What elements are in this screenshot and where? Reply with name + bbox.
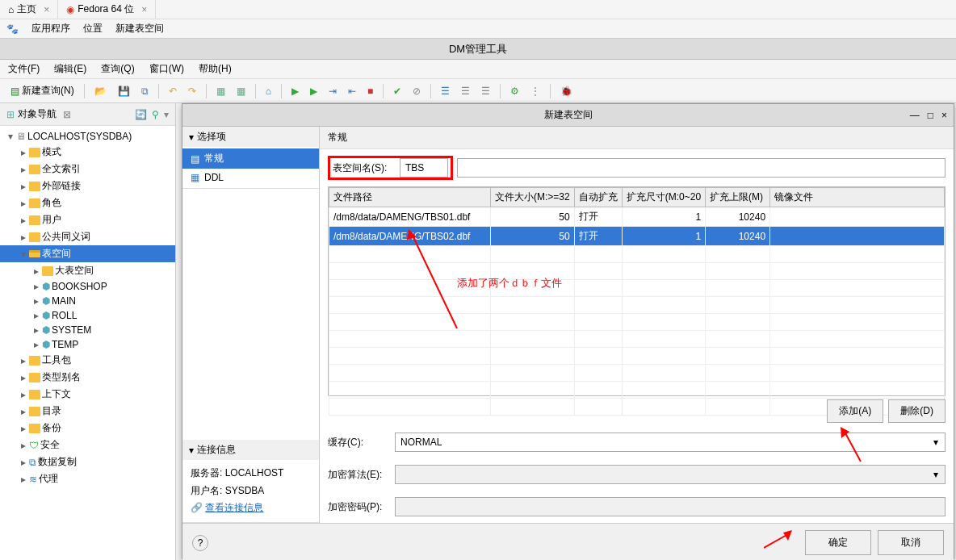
- tree-item[interactable]: ▸大表空间: [0, 262, 175, 279]
- new-query-button[interactable]: ▤新建查询(N): [6, 81, 78, 100]
- expand-icon[interactable]: ▾: [19, 249, 27, 260]
- expand-icon[interactable]: ▸: [19, 164, 27, 175]
- tool2-icon[interactable]: ☰: [457, 83, 474, 99]
- side-item-general[interactable]: ▤常规: [182, 148, 319, 169]
- cache-combo[interactable]: NORMAL▾: [395, 433, 946, 452]
- expand-icon[interactable]: ▸: [19, 198, 27, 209]
- open-icon[interactable]: 📂: [90, 83, 111, 99]
- cancel-button[interactable]: 取消: [878, 530, 944, 555]
- close-dialog-icon[interactable]: ×: [941, 110, 947, 121]
- import-icon[interactable]: ⇤: [344, 83, 360, 99]
- tree-item[interactable]: ▸模式: [0, 144, 175, 161]
- collapse-icon[interactable]: ▾: [164, 109, 169, 120]
- col-path[interactable]: 文件路径: [329, 188, 491, 207]
- table-row[interactable]: /dm8/data/DAMENG/TBS01.dbf50打开110240: [329, 207, 945, 227]
- delete-button[interactable]: 删除(D): [888, 399, 946, 423]
- col-mirror[interactable]: 镜像文件: [770, 188, 945, 207]
- view-connection-link[interactable]: 查看连接信息: [205, 502, 263, 513]
- bug-icon[interactable]: 🐞: [556, 83, 577, 99]
- col-step[interactable]: 扩充尺寸(M:0~20: [622, 188, 705, 207]
- ts-name-ext-input[interactable]: [457, 158, 946, 178]
- chevron-down-icon[interactable]: ▾: [927, 466, 945, 483]
- tree-item[interactable]: ▸≋代理: [0, 470, 175, 487]
- col-size[interactable]: 文件大小(M:>=32: [491, 188, 575, 207]
- tree-item[interactable]: ▸角色: [0, 194, 175, 211]
- expand-icon[interactable]: ▸: [19, 406, 27, 417]
- redo-icon[interactable]: ↷: [184, 83, 200, 99]
- expand-icon[interactable]: ▸: [32, 265, 40, 277]
- menu-location[interactable]: 位置: [83, 22, 103, 36]
- collapse-icon[interactable]: ▾: [189, 132, 194, 143]
- tree-item[interactable]: ▸⬢SYSTEM: [0, 323, 175, 337]
- tab-fedora[interactable]: ◉ Fedora 64 位 ×: [58, 0, 156, 19]
- commit-icon[interactable]: ✔: [389, 83, 405, 99]
- save-icon[interactable]: 💾: [114, 83, 134, 99]
- enc-pwd-input[interactable]: [395, 497, 946, 516]
- expand-icon[interactable]: ▸: [32, 324, 40, 336]
- add-button[interactable]: 添加(A): [827, 399, 883, 423]
- menu-apps[interactable]: 应用程序: [31, 22, 70, 36]
- tree-item[interactable]: ▸⬢BOOKSHOP: [0, 279, 175, 294]
- menu-file[interactable]: 文件(F): [8, 62, 40, 76]
- ts-name-input[interactable]: [400, 158, 448, 178]
- config-icon[interactable]: ⋮: [526, 83, 544, 99]
- tree-item[interactable]: ▸类型别名: [0, 369, 175, 386]
- side-item-ddl[interactable]: ▦DDL: [182, 169, 319, 186]
- expand-icon[interactable]: ▸: [19, 355, 27, 366]
- table-row[interactable]: /dm8/data/DAMENG/TBS02.dbf50打开110240: [329, 227, 945, 246]
- tree-item[interactable]: ▸目录: [0, 403, 175, 420]
- col-auto[interactable]: 自动扩充: [574, 188, 622, 207]
- expand-icon[interactable]: ▸: [19, 423, 27, 434]
- close-icon[interactable]: ×: [44, 4, 49, 15]
- tree-item[interactable]: ▾表空间: [0, 245, 175, 262]
- filter-icon[interactable]: ⚲: [152, 109, 159, 120]
- close-nav-icon[interactable]: ⊠: [63, 109, 71, 120]
- maximize-icon[interactable]: □: [928, 110, 933, 121]
- home-tb-icon[interactable]: ⌂: [262, 83, 275, 99]
- tree-item[interactable]: ▸工具包: [0, 352, 175, 369]
- menu-new-ts[interactable]: 新建表空间: [115, 22, 164, 36]
- tree-item[interactable]: ▸⬢MAIN: [0, 294, 175, 308]
- tree-item[interactable]: ▸⬢TEMP: [0, 337, 175, 352]
- menu-window[interactable]: 窗口(W): [149, 62, 184, 76]
- tree-item[interactable]: ▸🛡安全: [0, 437, 175, 453]
- expand-icon[interactable]: ▸: [19, 389, 27, 400]
- minimize-icon[interactable]: —: [910, 110, 920, 121]
- save-all-icon[interactable]: ⧉: [137, 83, 153, 99]
- expand-icon[interactable]: ▾: [6, 131, 15, 142]
- refresh-icon[interactable]: 🔄: [135, 109, 147, 120]
- tree-item[interactable]: ▸⬢ROLL: [0, 308, 175, 323]
- expand-icon[interactable]: ▸: [19, 440, 27, 451]
- tree-item[interactable]: ▸⧉数据复制: [0, 453, 175, 470]
- expand-icon[interactable]: ▸: [32, 281, 40, 292]
- col-max[interactable]: 扩充上限(M): [706, 188, 770, 207]
- tree-item[interactable]: ▸全文索引: [0, 161, 175, 178]
- rollback-icon[interactable]: ⊘: [409, 83, 425, 99]
- expand-icon[interactable]: ▸: [19, 181, 27, 192]
- menu-edit[interactable]: 编辑(E): [54, 62, 86, 76]
- expand-icon[interactable]: ▸: [32, 295, 40, 307]
- enc-algo-combo[interactable]: ▾: [395, 465, 946, 484]
- run-icon[interactable]: ▶: [287, 83, 303, 99]
- help-icon[interactable]: ?: [192, 535, 208, 551]
- stop-icon[interactable]: ■: [363, 83, 377, 99]
- tree-item[interactable]: ▸用户: [0, 211, 175, 228]
- undo-icon[interactable]: ↶: [165, 83, 181, 99]
- tool-icon[interactable]: ☰: [437, 83, 454, 99]
- collapse-icon[interactable]: ▾: [189, 445, 194, 456]
- export-icon[interactable]: ⇥: [325, 83, 341, 99]
- expand-icon[interactable]: ▸: [32, 339, 40, 350]
- tree-item[interactable]: ▸上下文: [0, 386, 175, 403]
- tree-item[interactable]: ▾🖥LOCALHOST(SYSDBA): [0, 129, 175, 144]
- run2-icon[interactable]: ▶: [306, 83, 321, 99]
- script-icon[interactable]: ▦: [212, 83, 229, 99]
- expand-icon[interactable]: ▸: [19, 215, 27, 226]
- tree-item[interactable]: ▸公共同义词: [0, 228, 175, 245]
- chevron-down-icon[interactable]: ▾: [927, 433, 945, 451]
- debug-icon[interactable]: ⚙: [506, 83, 523, 99]
- expand-icon[interactable]: ▸: [32, 310, 40, 321]
- expand-icon[interactable]: ▸: [19, 372, 27, 383]
- expand-icon[interactable]: ▸: [19, 474, 27, 485]
- menu-help[interactable]: 帮助(H): [199, 62, 232, 76]
- expand-icon[interactable]: ▸: [19, 457, 27, 468]
